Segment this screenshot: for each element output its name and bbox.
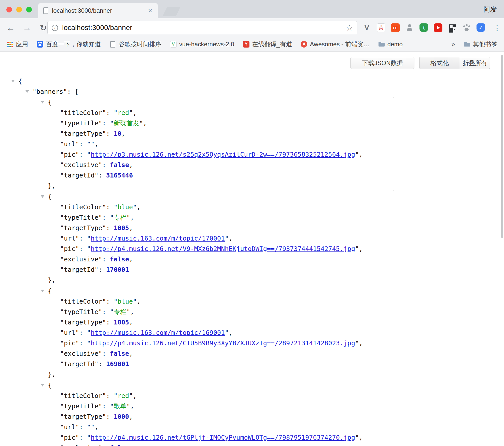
json-string: red [118,109,129,116]
youdao-icon: Y [243,41,249,48]
json-object-open: { [36,286,394,296]
paw-icon[interactable] [462,23,471,32]
browser-toolbar: localhost:3000/banner V英FEt✓ [0,18,504,37]
tab-strip: localhost:3000/banner 阿发 [0,0,504,18]
json-field-targetId: "targetId": 169001 [36,359,394,369]
json-number: 169001 [106,360,129,368]
other-bookmarks[interactable]: 其他书签 [464,40,497,48]
json-string: 专栏 [114,214,127,221]
bookmark-item-1[interactable]: 应用 [7,40,28,48]
youtube-icon[interactable] [434,23,442,32]
awesomes-icon: A [301,41,307,48]
json-boolean: false [110,161,129,169]
bookmark-label: 在线翻译_有道 [252,40,292,48]
json-object-open: { [36,97,394,108]
profile-name[interactable]: 阿发 [484,5,497,14]
qrcode-icon[interactable] [448,23,457,32]
t-shield-icon[interactable]: t [419,23,428,32]
bookmark-item-5[interactable]: Y在线翻译_有道 [243,40,292,48]
json-url-link[interactable]: http://p4.music.126.net/tGPljf-IMOCyPvum… [91,434,355,441]
back-button[interactable] [4,18,18,37]
person-icon[interactable] [405,23,414,32]
browser-menu-icon[interactable] [493,18,501,37]
json-url-link[interactable]: http://music.163.com/m/topic/170001 [91,235,225,242]
folder-icon [464,41,470,48]
url-path: /banner [108,24,132,32]
json-field-titleColor: "titleColor": "red", [36,391,394,401]
json-field-titleColor: "titleColor": "blue", [36,296,394,307]
collapse-toggle-icon[interactable] [11,80,15,82]
page-favicon [43,7,48,14]
collapse-toggle-icon[interactable] [41,290,44,292]
json-field-titleColor: "titleColor": "red", [36,108,394,118]
json-field-targetType: "targetType": 1000, [36,411,394,422]
fe-icon[interactable]: FE [391,23,400,32]
translate-icon[interactable]: 英 [377,23,385,32]
banner-object-1: {"titleColor": "red","typeTitle": "新碟首发"… [36,97,394,191]
json-string: blue [118,203,133,211]
collapse-toggle-icon[interactable] [41,101,44,103]
bookmark-star-icon[interactable] [346,23,353,33]
page-info-icon[interactable] [52,25,58,31]
close-window-button[interactable] [6,7,12,12]
window-controls [6,7,32,12]
bookmark-label: 应用 [16,40,28,48]
json-banners-open: "banners": [ [0,86,504,97]
bookmark-label: demo [387,41,403,48]
browser-tab[interactable]: localhost:3000/banner [38,3,158,18]
other-bookmarks-label: 其他书签 [473,40,497,48]
json-field-typeTitle: "typeTitle": "歌单", [36,401,394,411]
json-url-link[interactable]: http://p3.music.126.net/s25q2x5QyqsAzilC… [91,151,355,158]
json-boolean: false [110,350,129,357]
json-string: 歌单 [114,403,127,410]
forward-button [20,18,34,37]
vertical-scrollbar[interactable] [501,55,503,238]
baidu-icon [37,41,43,48]
json-number: 1005 [114,224,129,232]
collapse-toggle-icon[interactable] [41,195,44,198]
page-content: 下载JSON数据 格式化 折叠所有 {"banners": [{"titleCo… [0,52,504,446]
json-string: 专栏 [114,308,127,316]
bookmark-item-6[interactable]: AAwesomes - 前端资… [301,40,369,48]
json-field-pic: "pic": "http://p4.music.126.net/CTU5B9R9… [36,338,394,348]
json-field-url: "url": "", [36,422,394,432]
maximize-window-button[interactable] [26,7,32,12]
json-object-close: }, [36,275,394,285]
json-field-targetType: "targetType": 1005, [36,317,394,328]
json-string: red [118,392,129,399]
vue-icon: V [170,41,177,48]
new-tab-button[interactable] [163,7,181,16]
bookmark-item-3[interactable]: 谷歌按时间排序 [109,40,161,48]
tab-close-icon[interactable] [148,7,153,14]
address-bar[interactable]: localhost:3000/banner [47,21,357,34]
json-number: 10 [114,130,121,137]
bookmark-item-7[interactable]: demo [378,41,403,48]
folder-icon [378,41,385,48]
url-text[interactable]: localhost:3000/banner [62,24,132,32]
json-boolean: false [110,256,129,263]
vimium-icon[interactable]: V [362,23,371,32]
banner-object-2: {"titleColor": "blue","typeTitle": "专栏",… [36,191,394,286]
bookmarks-overflow-chevron[interactable]: » [452,40,455,48]
json-field-targetType: "targetType": 10, [36,128,394,139]
banner-object-4: {"titleColor": "red","typeTitle": "歌单","… [36,380,394,446]
blue-shield-icon[interactable]: ✓ [477,23,485,32]
banner-object-3: {"titleColor": "blue","typeTitle": "专栏",… [36,286,394,380]
json-tree: {"banners": [{"titleColor": "red","typeT… [0,52,504,446]
json-field-url: "url": "http://music.163.com/m/topic/169… [36,328,394,338]
json-field-exclusive: "exclusive": false, [36,254,394,264]
bookmark-item-4[interactable]: Vvue-hackernews-2.0 [170,41,234,48]
bookmark-item-2[interactable]: 百度一下，你就知道 [37,40,101,48]
json-url-link[interactable]: http://p4.music.126.net/V9-MXz6b2MNhEKju… [91,245,355,252]
json-field-targetId: "targetId": 170001 [36,264,394,275]
json-field-targetType: "targetType": 1005, [36,223,394,233]
json-url-link[interactable]: http://music.163.com/m/topic/169001 [91,329,225,336]
doc-icon [110,41,115,48]
json-field-exclusive: "exclusive": false, [36,160,394,170]
collapse-toggle-icon[interactable] [25,90,29,93]
json-url-link[interactable]: http://p4.music.126.net/CTU5B9R9y3XyYBZX… [91,339,355,347]
collapse-toggle-icon[interactable] [41,384,44,386]
url-host: localhost:3000 [62,24,108,32]
apps-grid-icon [7,41,13,48]
minimize-window-button[interactable] [16,7,22,12]
